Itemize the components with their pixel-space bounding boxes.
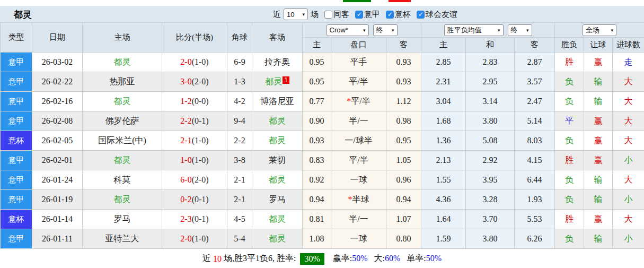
avg-home-cell: 1.68 xyxy=(421,111,466,131)
summary-count: 10 xyxy=(213,254,222,264)
let-ball-result-cell: 输 xyxy=(584,229,613,249)
avg-home-cell: 1.64 xyxy=(421,210,466,229)
corner-cell: 2-1 xyxy=(227,190,252,210)
date-cell: 26-02-08 xyxy=(32,111,83,131)
col-let-ball: 让球 xyxy=(584,38,613,53)
same-away-checkbox[interactable] xyxy=(324,11,332,19)
col-away: 客场 xyxy=(252,23,303,53)
odds-away-cell: 1.05 xyxy=(386,151,421,170)
corner-cell: 3-8 xyxy=(227,151,252,170)
star-icon: * xyxy=(348,195,352,204)
score-cell: 2-3(0-1) xyxy=(162,210,227,229)
serie-a-checkbox[interactable] xyxy=(355,11,363,19)
avg-stage-select[interactable]: 终▾ xyxy=(508,24,532,36)
date-cell: 26-01-19 xyxy=(32,190,83,210)
handicap-cell: 平/半 xyxy=(331,151,386,170)
goals-result-cell: 小 xyxy=(613,151,644,170)
match-row: 意甲 26-01-19 都灵 0-2(0-1) 2-1 罗马 0.94 *半球 … xyxy=(1,190,644,210)
handicap-cell: *平/半 xyxy=(331,92,386,111)
result-cell: 负 xyxy=(555,190,584,210)
odds-home-cell: 0.95 xyxy=(303,72,331,92)
avg-draw-cell: 3.95 xyxy=(466,170,515,190)
rank-badge: 1 xyxy=(283,76,289,84)
odds-home-cell: 0.94 xyxy=(303,190,331,210)
date-cell: 26-02-16 xyxy=(32,92,83,111)
let-ball-result-cell: 赢 xyxy=(584,151,613,170)
page-title: 都灵 xyxy=(0,8,32,21)
avg-draw-cell: 3.80 xyxy=(466,229,515,249)
summary-prefix: 近 xyxy=(202,253,211,264)
chevron-down-icon: ▾ xyxy=(498,28,500,33)
away-team-cell: 都灵1 xyxy=(252,72,303,92)
avg-away-cell: 2.47 xyxy=(515,92,555,111)
match-row: 意甲 26-03-02 都灵 2-0(1-0) 6-9 拉齐奥 0.95 平手 … xyxy=(1,53,644,72)
handicap-cell: 一球 xyxy=(331,170,386,190)
avg-away-cell: 5.53 xyxy=(515,210,555,229)
win-rate-badge: 30% xyxy=(300,253,324,265)
odds-away-cell: 0.98 xyxy=(386,111,421,131)
match-row: 意甲 26-02-08 佛罗伦萨 2-2(0-1) 9-4 都灵 0.90 半/… xyxy=(1,111,644,131)
table-header: 类型 日期 主场 比分(半场) 角球 客场 Crow*▾ 终▾ 胜平负均值▾ 终… xyxy=(1,23,644,53)
avg-home-cell: 3.04 xyxy=(421,92,466,111)
summary-record: 场,胜3平1负6, 胜率: xyxy=(224,253,296,264)
stat-label: 大:60% xyxy=(374,253,401,264)
handicap-cell: 平/半 xyxy=(331,72,386,92)
col-avg-home: 主 xyxy=(421,38,466,53)
col-avg-away: 客 xyxy=(515,38,555,53)
col-odds-home: 主 xyxy=(303,38,331,53)
corner-cell: 1-3 xyxy=(227,72,252,92)
let-ball-result-cell: 赢 xyxy=(584,210,613,229)
stat-label: 单率:50% xyxy=(407,253,442,264)
coppa-italia-checkbox[interactable] xyxy=(386,11,394,19)
avg-draw-cell: 3.70 xyxy=(466,210,515,229)
result-cell: 平 xyxy=(555,111,584,131)
col-type: 类型 xyxy=(1,23,32,53)
league-badge: 意甲 xyxy=(1,111,32,131)
recent-games-select[interactable]: 10▾ xyxy=(284,8,308,20)
handicap-cell: 一球 xyxy=(331,229,386,249)
score-cell: 3-0(2-0) xyxy=(162,72,227,92)
avg-away-cell: 1.93 xyxy=(515,190,555,210)
avg-draw-cell: 2.95 xyxy=(466,72,515,92)
match-row: 意甲 26-01-24 科莫 6-0(2-0) 2-1 都灵 0.92 一球 0… xyxy=(1,170,644,190)
avg-home-cell: 1.55 xyxy=(421,170,466,190)
handicap-cell: 平手 xyxy=(331,53,386,72)
score-cell: 1-0(1-0) xyxy=(162,151,227,170)
let-ball-result-cell: 输 xyxy=(584,190,613,210)
corner-cell: 2-2 xyxy=(227,131,252,151)
result-cell: 负 xyxy=(555,92,584,111)
odds-stage-select[interactable]: 终▾ xyxy=(373,24,398,36)
col-goals: 进球数 xyxy=(613,38,644,53)
score-cell: 2-0(1-0) xyxy=(162,229,227,249)
away-team-cell: 拉齐奥 xyxy=(252,53,303,72)
corner-cell: 2-1 xyxy=(227,170,252,190)
chevron-down-icon: ▾ xyxy=(526,28,529,33)
handicap-cell: *半球 xyxy=(331,190,386,210)
chevron-down-icon: ▾ xyxy=(363,28,366,33)
let-ball-result-cell: 输 xyxy=(584,170,613,190)
same-away-label: 同客 xyxy=(333,10,349,20)
date-cell: 26-02-22 xyxy=(32,72,83,92)
result-cell: 负 xyxy=(555,72,584,92)
top-strip xyxy=(0,0,644,6)
scope-select[interactable]: 全场▾ xyxy=(583,24,616,36)
match-row: 意杯 26-02-05 国际米兰(中) 2-1(1-0) 2-2 都灵 0.93… xyxy=(1,131,644,151)
avg-draw-cell: 3.14 xyxy=(466,92,515,111)
avg-draw-cell: 3.80 xyxy=(466,111,515,131)
odds-home-cell: 0.83 xyxy=(303,151,331,170)
avg-away-cell: 6.26 xyxy=(515,229,555,249)
odds-home-cell: 0.77 xyxy=(303,92,331,111)
col-date: 日期 xyxy=(32,23,83,53)
avg-odds-select[interactable]: 胜平负均值▾ xyxy=(444,24,504,36)
odds-away-cell: 0.95 xyxy=(386,131,421,151)
club-friendly-checkbox[interactable] xyxy=(417,11,425,19)
odds-home-cell: 0.81 xyxy=(303,210,331,229)
chevron-down-icon: ▾ xyxy=(302,12,305,17)
handicap-cell: 半/一 xyxy=(331,210,386,229)
let-ball-result-cell: 赢 xyxy=(584,131,613,151)
avg-draw-cell: 5.08 xyxy=(466,131,515,151)
odds-company-select[interactable]: Crow*▾ xyxy=(327,24,369,36)
result-cell: 胜 xyxy=(555,53,584,72)
col-avg-draw: 和 xyxy=(466,38,515,53)
league-badge: 意杯 xyxy=(1,131,32,151)
